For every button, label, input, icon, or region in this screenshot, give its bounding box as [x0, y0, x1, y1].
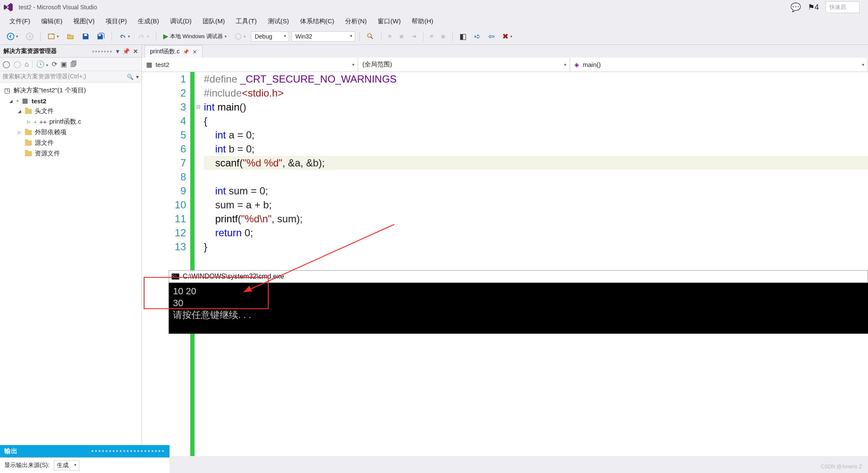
solution-explorer-header: 解决方案资源管理器 ▪▪▪▪▪▪▪ ▾ 📌 ✕: [0, 45, 142, 58]
pin-icon[interactable]: 📌: [183, 49, 189, 55]
method-icon: ◈: [574, 61, 579, 69]
resource-folder[interactable]: 资源文件: [2, 148, 140, 159]
solution-icon: ◳: [3, 87, 11, 94]
comment-button[interactable]: ≡: [386, 31, 394, 41]
home-icon[interactable]: ⌂: [25, 61, 29, 68]
toolbar: ▶本地 Windows 调试器 Debug Win32 ≡ ≣ ⇥ ≡ ≣ ◧ …: [0, 28, 868, 45]
change-marker: [190, 72, 195, 456]
folder-icon: [25, 130, 32, 135]
window-title: test2 - Microsoft Visual Studio: [19, 4, 97, 11]
platform-dropdown[interactable]: Win32: [292, 31, 355, 41]
format-button[interactable]: ≡: [428, 31, 436, 41]
titlebar: test2 - Microsoft Visual Studio 💬 ⚑4 快速启: [0, 0, 868, 14]
debug-target-dropdown[interactable]: [232, 31, 248, 42]
menu-file[interactable]: 文件(F): [4, 16, 35, 27]
dropdown-icon[interactable]: ▾: [116, 48, 119, 55]
output-source-row: 显示输出来源(S): 生成: [0, 457, 170, 473]
refresh-icon[interactable]: ⟳: [52, 60, 57, 68]
svg-point-5: [235, 33, 241, 39]
headers-folder[interactable]: ◢头文件: [2, 106, 140, 116]
svg-point-6: [367, 33, 371, 37]
nav-function-dropdown[interactable]: ◈main(): [570, 58, 868, 72]
svg-rect-3: [84, 34, 87, 36]
forward-icon[interactable]: ◯: [14, 60, 21, 68]
navigation-bar: ▦test2 (全局范围) ◈main(): [142, 58, 868, 72]
output-header[interactable]: 输出▪▪▪▪▪▪▪▪▪▪▪▪▪▪▪▪▪▪▪▪▪: [0, 445, 170, 457]
notifications-flag[interactable]: ⚑4: [808, 3, 819, 12]
back-icon[interactable]: ◯: [3, 60, 10, 68]
sync-icon[interactable]: 🕓: [36, 60, 48, 68]
menu-help[interactable]: 帮助(H): [406, 16, 438, 27]
properties-icon[interactable]: 🗐: [70, 61, 77, 68]
menu-architecture[interactable]: 体系结构(C): [295, 16, 339, 27]
start-debug-button[interactable]: ▶本地 Windows 调试器: [161, 30, 229, 42]
menu-analyze[interactable]: 分析(N): [340, 16, 372, 27]
output-source-dropdown[interactable]: 生成: [54, 460, 79, 470]
bookmark-next-icon[interactable]: ➪: [472, 30, 483, 43]
save-all-button[interactable]: [95, 31, 107, 42]
nav-project-dropdown[interactable]: ▦test2: [142, 58, 358, 72]
close-icon[interactable]: ✕: [133, 48, 138, 55]
menu-window[interactable]: 窗口(W): [373, 16, 406, 27]
config-dropdown[interactable]: Debug: [251, 31, 289, 41]
nav-scope-dropdown[interactable]: (全局范围): [358, 58, 570, 72]
console-titlebar[interactable]: C:\WINDOWS\system32\cmd.exe: [169, 270, 868, 283]
project-node[interactable]: ◢+▦test2: [2, 96, 140, 106]
feedback-icon[interactable]: 💬: [790, 2, 801, 12]
solution-tree[interactable]: ◳解决方案"test2"(1 个项目) ◢+▦test2 ◢头文件 ▷+++pr…: [0, 83, 142, 456]
menu-edit[interactable]: 编辑(E): [36, 16, 67, 27]
indent-button[interactable]: ⇥: [409, 31, 419, 41]
search-icon: 🔍: [127, 74, 134, 80]
bookmark-clear-icon[interactable]: ✖: [500, 30, 515, 43]
bookmark-icon[interactable]: ◧: [457, 30, 469, 43]
menu-test[interactable]: 测试(S): [263, 16, 294, 27]
cmd-icon: [172, 274, 179, 279]
redo-button[interactable]: [135, 31, 152, 42]
uncomment-button[interactable]: ≣: [397, 31, 406, 41]
menu-build[interactable]: 生成(B): [133, 16, 164, 27]
console-window: C:\WINDOWS\system32\cmd.exe 10 20 30 请按任…: [169, 270, 868, 334]
caret-down-icon[interactable]: ◢: [8, 99, 14, 103]
menu-team[interactable]: 团队(M): [198, 16, 230, 27]
pin-icon[interactable]: 📌: [122, 48, 130, 55]
project-icon: ▦: [146, 61, 152, 69]
search-dropdown-icon[interactable]: ▾: [136, 74, 139, 80]
source-text[interactable]: #define _CRT_SECURE_NO_WARNINGS #include…: [202, 72, 868, 456]
save-button[interactable]: [79, 31, 92, 42]
menu-debug[interactable]: 调试(D): [165, 16, 197, 27]
editor-tab[interactable]: printf函数.c 📌 ✕: [145, 45, 203, 58]
folder-icon: [25, 151, 32, 156]
nav-back-button[interactable]: [4, 31, 21, 42]
solution-explorer-panel: 解决方案资源管理器 ▪▪▪▪▪▪▪ ▾ 📌 ✕ ◯ ◯ ⌂ 🕓 ⟳ ▣ 🗐 搜索…: [0, 45, 142, 456]
external-deps-folder[interactable]: ▷外部依赖项: [2, 127, 140, 138]
solution-search[interactable]: 搜索解决方案资源管理器(Ctrl+;) 🔍 ▾: [0, 71, 142, 83]
undo-button[interactable]: [116, 31, 133, 42]
fold-gutter[interactable]: ⊟: [195, 72, 202, 456]
open-file-button[interactable]: [64, 31, 77, 42]
find-button[interactable]: [364, 31, 377, 42]
project-icon: ▦: [21, 97, 29, 105]
close-icon[interactable]: ✕: [192, 49, 197, 55]
new-project-button[interactable]: [45, 31, 61, 42]
source-folder[interactable]: 源文件: [2, 138, 140, 148]
editor-tab-bar: printf函数.c 📌 ✕: [142, 45, 868, 58]
folder-icon: [25, 141, 32, 146]
caret-right-icon[interactable]: ▷: [26, 119, 31, 124]
quick-launch-input[interactable]: 快速启: [826, 1, 860, 13]
folder-icon: [25, 109, 32, 114]
menu-view[interactable]: 视图(V): [68, 16, 100, 27]
source-file-item[interactable]: ▷+++printf函数.c: [2, 116, 140, 127]
bookmark-prev-icon[interactable]: ⇦: [486, 30, 497, 43]
caret-down-icon[interactable]: ◢: [17, 109, 22, 113]
nav-forward-button[interactable]: [23, 31, 36, 42]
solution-root[interactable]: ◳解决方案"test2"(1 个项目): [2, 85, 140, 96]
vs-logo-icon: [3, 2, 14, 12]
menu-project[interactable]: 项目(P): [100, 16, 132, 27]
menu-tools[interactable]: 工具(T): [231, 16, 262, 27]
caret-right-icon[interactable]: ▷: [17, 130, 22, 135]
format2-button[interactable]: ≣: [438, 31, 448, 41]
show-all-icon[interactable]: ▣: [61, 60, 67, 68]
watermark: CSDN @Ameris Z: [821, 464, 862, 470]
code-editor[interactable]: 12345678910111213 ⊟ #define _CRT_SECURE_…: [142, 72, 868, 456]
svg-point-1: [26, 33, 33, 40]
